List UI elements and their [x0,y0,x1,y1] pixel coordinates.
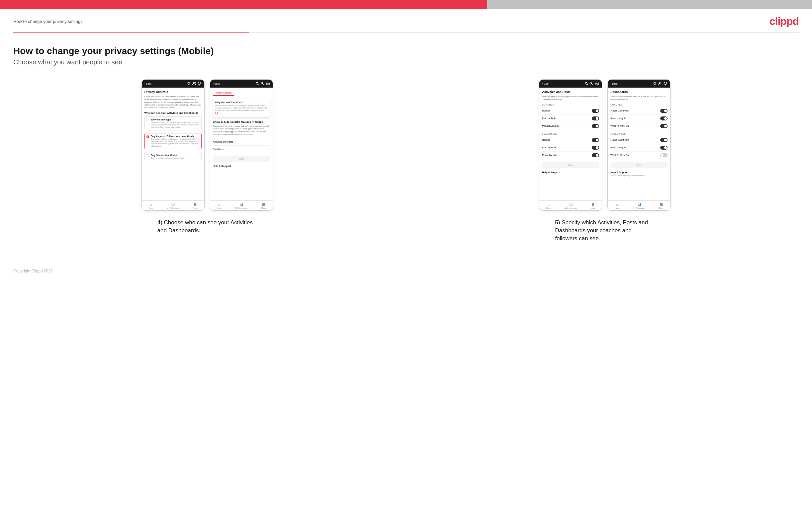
drills-coaches-toggle[interactable] [592,116,599,120]
nav-menu-4[interactable]: ☰ Menu [659,203,664,209]
search-icon-3[interactable] [585,81,589,86]
player-dash-followers-label: Player Dashboard [610,139,629,141]
menu-dashboards[interactable]: Dashboards › [213,146,270,153]
nav-back-label-1: Back [146,82,151,85]
player-dash-followers-toggle[interactable] [660,138,667,142]
tab-bar-2: Privacy Controls [213,90,270,96]
round-insights-followers-label: Round Insights [610,146,626,149]
people-icon[interactable] [192,81,196,86]
popup-title: Only You and Your Coach [215,101,268,104]
tab-privacy-controls[interactable]: Privacy Controls [213,90,234,96]
top-bar [0,0,812,9]
screenshots-grid: ‹ Back Privacy Controls Control how you … [13,79,799,242]
phone-bottom-nav-2: ⌂ Home 📊 My Performance ☰ Menu [210,201,273,210]
home-icon-2: ⌂ [218,203,220,206]
option-everyone[interactable]: Everyone on Clippd Everyone on Clippd ca… [145,116,202,130]
option-followers[interactable]: Only Approved Followers and Your Coach O… [145,133,202,149]
chevron-activities: › [269,140,270,143]
nav-performance-4[interactable]: 📊 My Performance [633,203,645,209]
round-insights-followers-toggle[interactable] [660,146,667,150]
nav-performance-3[interactable]: 📊 My Performance [565,203,577,209]
popup-radio[interactable] [215,112,218,114]
menu-label-1: Menu [193,207,197,209]
option-everyone-label: Everyone on Clippd [151,118,200,121]
help-title-3: Help & Support [542,171,599,174]
help-section-4: Help & Support Visit our Clippd communit… [610,171,667,176]
svg-line-1 [190,84,190,85]
work-on-coaches-label: What To Work On [610,125,629,127]
nav-menu-1[interactable]: ☰ Menu [193,203,197,209]
back-chevron-icon-4: ‹ [610,82,611,85]
settings-icon-4[interactable] [664,81,667,86]
radio-everyone[interactable] [146,119,149,121]
option-followers-desc: Only approved followers and coaches you … [151,138,200,147]
screen3-body: Select the types of activity that you'd … [542,95,599,101]
people-icon-3[interactable] [590,81,594,86]
rounds-coaches-label: Rounds [542,110,550,112]
nav-home-4[interactable]: ⌂ Home [615,203,619,209]
manual-followers-toggle[interactable] [592,153,599,157]
help-text-4: Visit our Clippd community to troublesho… [610,174,667,176]
help-section-3: Help & Support [542,171,599,174]
nav-back-4[interactable]: ‹ Back [610,82,617,85]
phone-screen-1: ‹ Back Privacy Controls Control how you … [142,79,205,211]
people-icon-2[interactable] [261,81,265,86]
save-button-4[interactable]: Save [610,162,667,168]
nav-home-3[interactable]: ⌂ Home [546,203,551,209]
rounds-coaches-toggle[interactable] [592,109,599,113]
radio-followers[interactable] [146,135,149,138]
toggle-rounds-coaches: Rounds [542,107,599,115]
nav-performance-2[interactable]: 📊 My Performance [236,203,248,209]
rounds-followers-toggle[interactable] [592,138,599,142]
breadcrumb: How to change your privacy settings [13,19,83,24]
toggle-work-on-followers: What To Work On [610,152,667,159]
radio-coach-only[interactable] [146,154,149,157]
settings-icon-3[interactable] [595,81,599,86]
phone-nav-2: ‹ Back [210,79,273,88]
nav-back-1[interactable]: ‹ Back [145,82,151,85]
toggle-round-insights-coaches: Round Insights [610,115,667,122]
performance-icon-3: 📊 [569,203,573,206]
nav-menu-2[interactable]: ☰ Menu [261,203,266,209]
home-label-1: Home [149,207,153,209]
search-icon-2[interactable] [255,81,259,86]
work-on-coaches-toggle[interactable] [660,124,667,128]
help-title-4: Help & Support [610,171,667,174]
back-chevron-icon: ‹ [145,82,145,85]
toggle-player-dash-followers: Player Dashboard [610,136,667,144]
manual-coaches-toggle[interactable] [592,124,599,128]
player-dash-coaches-toggle[interactable] [660,109,667,113]
drills-followers-toggle[interactable] [592,146,599,150]
toggle-rounds-followers: Rounds [542,136,599,144]
option-coach-only[interactable]: Only You and Your Coach Only you and the… [145,152,202,161]
phone-screen-2: ‹ Back Privacy Controls [210,79,273,211]
nav-menu-3[interactable]: ☰ Menu [591,203,595,209]
home-icon-1: ⌂ [150,203,152,206]
nav-back-2[interactable]: ‹ Back [213,82,220,85]
save-button-2[interactable]: Save [213,156,270,162]
settings-icon-2[interactable] [266,81,270,86]
home-label-4: Home [615,207,619,209]
popup-desc: Only you and the coaches you connect wit… [215,105,268,111]
menu-icon-1: ☰ [194,203,197,206]
menu-icon-3: ☰ [592,203,595,206]
nav-back-3[interactable]: ‹ Back [542,82,549,85]
work-on-followers-toggle[interactable] [660,153,667,157]
home-label-2: Home [217,207,221,209]
svg-point-8 [261,82,263,83]
copyright: Copyright Clippd 2022 [13,269,53,273]
menu-activities-posts[interactable]: Activities and Posts › [213,138,270,146]
svg-point-15 [596,82,599,85]
round-insights-coaches-toggle[interactable] [660,116,667,120]
screen4-body: Select the dashboards that you'd like to… [610,95,667,101]
nav-home-2[interactable]: ⌂ Home [217,203,221,209]
player-dash-coaches-label: Player Dashboard [610,110,629,112]
nav-home-1[interactable]: ⌂ Home [149,203,153,209]
settings-icon[interactable] [198,81,202,86]
save-button-3[interactable]: Save [542,162,599,168]
svg-point-19 [665,83,666,84]
people-icon-4[interactable] [658,81,662,86]
nav-performance-1[interactable]: 📊 My Performance [167,203,179,209]
search-icon-4[interactable] [653,81,657,86]
search-icon[interactable] [187,81,191,86]
